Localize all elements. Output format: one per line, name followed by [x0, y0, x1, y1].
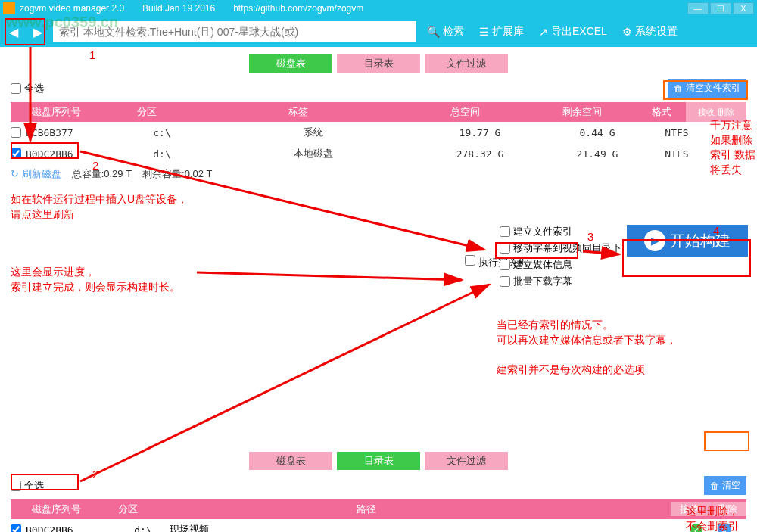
clear-button[interactable]: 🗑清空 [704, 476, 746, 495]
trash-icon: 🗑 [674, 83, 683, 94]
search-button[interactable]: 🔍检索 [422, 22, 469, 42]
cell-free: 21.49 G [540, 148, 654, 160]
th2-serial: 磁盘序列号 [11, 502, 101, 516]
cell-part: c:\ [117, 127, 207, 138]
build-options: 建立文件索引 移动字幕到视频同目录下 建立媒体信息 批量下载字幕 [500, 225, 621, 291]
th-free: 剩余空间 [525, 105, 639, 119]
select-all-bottom[interactable]: 全选 [11, 479, 44, 493]
extend-lib-button[interactable]: ☰扩展库 [475, 22, 528, 42]
start-build-label: 开始构建 [670, 231, 731, 251]
th-fmt: 格式 [639, 105, 684, 119]
cell-free: 0.44 G [540, 127, 654, 138]
th2-path: 路径 [154, 502, 578, 516]
build-label: Build:Jan 19 2016 [142, 3, 215, 14]
cell-label: 系统 [207, 126, 419, 139]
cell-fmt: NTFS [654, 148, 699, 160]
clear-index-button[interactable]: 🗑清空文件索引 [668, 79, 746, 98]
export-icon: ↗ [539, 26, 548, 38]
search-input[interactable] [53, 21, 416, 42]
check-build-index[interactable]: 建立文件索引 [500, 225, 621, 238]
th2-recv: 接收 [671, 502, 709, 516]
row-checkbox[interactable] [11, 148, 21, 159]
cell-serial: ECB6B377 [26, 127, 117, 138]
app-icon [3, 2, 15, 14]
check-media-info[interactable]: 建立媒体信息 [500, 258, 621, 272]
check-move-sub[interactable]: 移动字幕到视频同目录下 [500, 241, 621, 255]
back-icon[interactable]: ◀ [5, 23, 23, 41]
th-tail: 接收 删除 [686, 102, 746, 122]
settings-button[interactable]: ⚙系统设置 [618, 22, 682, 42]
maximize-button[interactable]: ☐ [710, 2, 731, 14]
disk-table-header: 磁盘序列号 分区 标签 总空间 剩余空间 格式 接收 删除 [11, 102, 746, 122]
start-build-button[interactable]: ▶ 开始构建 [627, 225, 748, 257]
th-serial: 磁盘序列号 [11, 105, 101, 119]
cell-total: 278.32 G [419, 148, 540, 160]
title-bar: zogvm video manager 2.0 Build:Jan 19 201… [0, 0, 757, 17]
close-button[interactable]: X [733, 2, 754, 14]
tab-filter[interactable]: 文件过滤 [425, 54, 508, 73]
disk-row[interactable]: B0DC2BB6 d:\ 本地磁盘 278.32 G 21.49 G NTFS [0, 143, 757, 164]
cell-path: 现场视频 [170, 523, 593, 532]
cell-fmt: NTFS [654, 127, 699, 138]
cell-total: 19.77 G [419, 127, 540, 138]
free-capacity: 剩余容量:0.02 T [142, 167, 212, 181]
repo-url: https://github.com/zogvm/zogvm [233, 3, 363, 14]
total-capacity: 总容量:0.29 T [72, 167, 132, 181]
th-label: 标签 [192, 105, 404, 119]
play-icon: ▶ [644, 230, 665, 251]
select-all-top[interactable]: 全选 [11, 82, 44, 95]
search-icon: 🔍 [427, 26, 440, 38]
tab-disk-b[interactable]: 磁盘表 [249, 452, 332, 470]
cell-part: d:\ [117, 524, 170, 533]
toolbar: ◀ ▶ 🔍检索 ☰扩展库 ↗导出EXCEL ⚙系统设置 [0, 17, 757, 47]
th2-del: 删除 [709, 502, 746, 516]
trash-icon: 🗑 [710, 481, 719, 491]
cell-label: 本地磁盘 [207, 147, 419, 160]
tab-dir-b[interactable]: 目录表 [337, 452, 420, 470]
app-title: zogvm video manager 2.0 [20, 3, 124, 14]
disk-row[interactable]: ECB6B377 c:\ 系统 19.77 G 0.44 G NTFS [0, 122, 757, 143]
row-checkbox[interactable] [11, 127, 21, 138]
check-download-sub[interactable]: 批量下载字幕 [500, 275, 621, 288]
top-tabs: 磁盘表 目录表 文件过滤 [0, 54, 757, 73]
ok-icon: ✓ [690, 524, 702, 532]
th2-part: 分区 [101, 502, 154, 516]
tab-filter-b[interactable]: 文件过滤 [425, 452, 508, 470]
dir-table-header: 磁盘序列号 分区 路径 接收 删除 [11, 499, 746, 519]
tab-dir[interactable]: 目录表 [337, 54, 420, 73]
tab-disk[interactable]: 磁盘表 [249, 54, 332, 73]
forward-icon[interactable]: ▶ [29, 23, 47, 41]
refresh-icon: ↻ [11, 168, 19, 179]
row-checkbox[interactable] [11, 524, 21, 532]
dir-row[interactable]: B0DC2BB6 d:\ 现场视频 ✓ ≡ [0, 519, 757, 532]
cell-serial: B0DC2BB6 [26, 148, 117, 160]
th-total: 总空间 [404, 105, 525, 119]
th-part: 分区 [101, 105, 192, 119]
bottom-tabs: 磁盘表 目录表 文件过滤 [0, 452, 757, 470]
minimize-button[interactable]: — [687, 2, 709, 14]
gear-icon: ⚙ [622, 26, 632, 38]
cell-part: d:\ [117, 148, 207, 160]
row-menu-icon[interactable]: ≡ [718, 524, 731, 532]
list-icon: ☰ [479, 26, 489, 38]
cell-serial: B0DC2BB6 [26, 524, 117, 533]
export-excel-button[interactable]: ↗导出EXCEL [534, 22, 612, 42]
refresh-disk-button[interactable]: ↻ 刷新磁盘 [11, 167, 61, 181]
